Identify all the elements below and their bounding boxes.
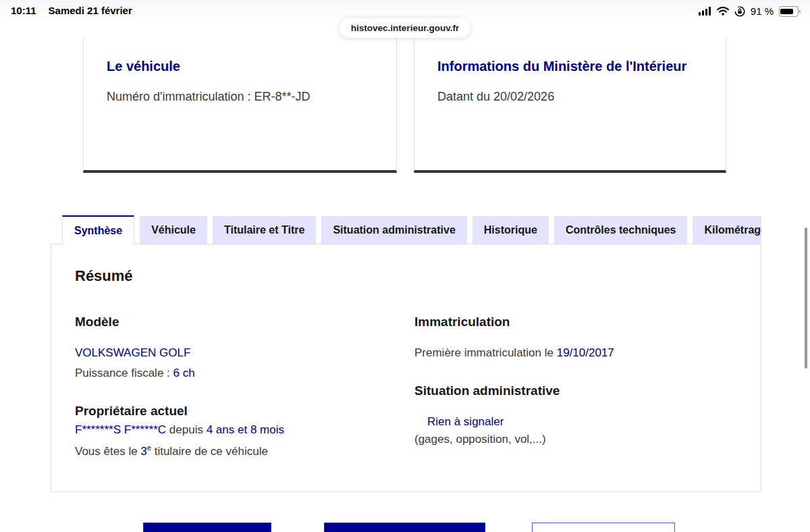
holder-prefix: Vous êtes le [75, 445, 140, 458]
synthese-panel: Résumé Modèle VOLKSWAGEN GOLF Puissance … [51, 244, 761, 492]
admin-status-value: Rien à signaler [414, 414, 732, 430]
wifi-icon [717, 7, 729, 16]
owner-heading: Propriétaire actuel [75, 403, 392, 419]
vehicle-card-plate: Numéro d'immatriculation : ER-8**-JD [107, 88, 373, 105]
holder-suffix: titulaire de ce véhicule [151, 445, 268, 458]
tab-controles-techniques[interactable]: Contrôles techniques [554, 216, 688, 244]
tab-bar: Synthèse Véhicule Titulaire et Titre Sit… [51, 215, 761, 244]
model-value: VOLKSWAGEN GOLF [75, 345, 392, 361]
status-left: 10:11 Samedi 21 février [11, 5, 132, 16]
battery-icon [779, 6, 801, 17]
tab-historique[interactable]: Historique [473, 216, 549, 244]
ministry-card: Informations du Ministère de l'Intérieur… [414, 37, 726, 173]
holder-line: Vous êtes le 3e titulaire de ce véhicule [75, 440, 392, 460]
bottom-primary-button-2[interactable] [324, 523, 485, 532]
tab-vehicule[interactable]: Véhicule [140, 216, 207, 244]
holder-rank: 3e [140, 445, 151, 458]
owner-since-value: 4 ans et 8 mois [207, 423, 284, 436]
ministry-card-date: Datant du 20/02/2026 [437, 88, 703, 105]
status-right: 91 % [699, 5, 801, 17]
vehicle-card-title: Le véhicule [107, 56, 373, 76]
cellular-signal-icon [699, 7, 711, 16]
admin-status-note: (gages, opposition, vol,...) [414, 431, 732, 448]
status-time: 10:11 [11, 5, 36, 16]
url-pill[interactable]: histovec.interieur.gouv.fr [340, 18, 470, 38]
registration-heading: Immatriculation [414, 314, 732, 330]
owner-line: F*******S F******C depuis 4 ans et 8 moi… [75, 422, 392, 438]
battery-percent: 91 % [751, 5, 774, 17]
summary-left-column: Modèle VOLKSWAGEN GOLF Puissance fiscale… [75, 314, 392, 460]
vehicle-card: Le véhicule Numéro d'immatriculation : E… [83, 37, 397, 173]
first-registration-label: Première immatriculation le [414, 346, 557, 359]
summary-right-column: Immatriculation Première immatriculation… [414, 314, 732, 448]
owner-masked-name: F*******S F******C [75, 423, 166, 436]
tab-situation-administrative[interactable]: Situation administrative [321, 216, 466, 244]
ministry-card-title: Informations du Ministère de l'Intérieur [437, 56, 703, 76]
model-heading: Modèle [75, 314, 392, 330]
fiscal-power-label: Puissance fiscale : [75, 367, 173, 379]
bottom-secondary-button[interactable] [532, 523, 675, 532]
tab-titulaire-et-titre[interactable]: Titulaire et Titre [213, 216, 316, 244]
owner-since-label: depuis [166, 423, 207, 436]
vertical-scrollbar[interactable] [805, 228, 807, 369]
fiscal-power-line: Puissance fiscale : 6 ch [75, 365, 392, 381]
fiscal-power-value: 6 ch [173, 367, 195, 379]
summary-title: Résumé [75, 267, 133, 285]
status-date: Samedi 21 février [49, 5, 132, 16]
rotation-lock-icon [734, 6, 745, 17]
tab-synthese[interactable]: Synthèse [62, 215, 134, 244]
tab-kilometrage[interactable]: Kilométrage [693, 216, 761, 244]
first-registration-line: Première immatriculation le 19/10/2017 [414, 345, 732, 361]
admin-status-heading: Situation administrative [414, 383, 732, 399]
bottom-primary-button-1[interactable] [143, 523, 271, 532]
first-registration-date: 19/10/2017 [557, 346, 614, 359]
